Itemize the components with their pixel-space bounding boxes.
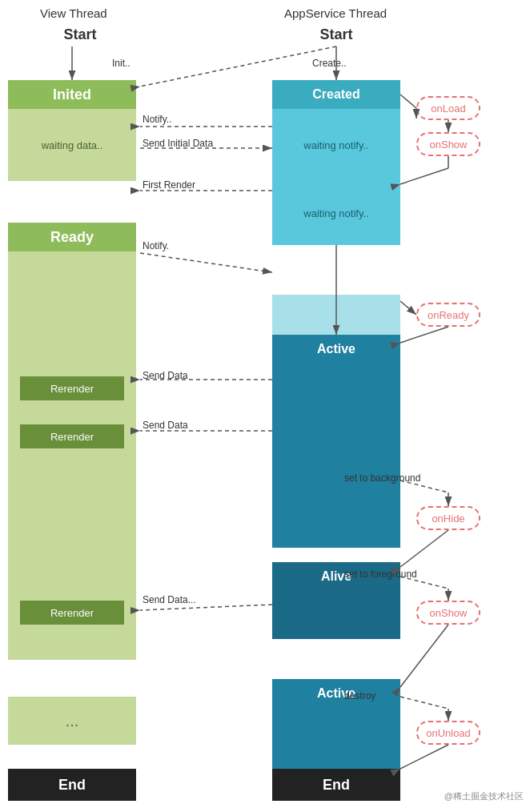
svg-line-13 [140, 253, 272, 272]
arrow-first-render-label: First Render [143, 179, 195, 191]
view-thread-header: View Thread [40, 6, 107, 20]
on-ready-callback: onReady [416, 303, 480, 327]
as-start-label: Start [296, 22, 376, 46]
vt-inited-block: Inited [8, 80, 136, 109]
arrow-set-foreground-label: set to foreground [344, 569, 417, 580]
arrow-set-background-label: set to background [344, 472, 420, 484]
on-unload-callback: onUnload [416, 721, 480, 745]
as-end-block: End [272, 769, 400, 801]
vt-ready-area [8, 251, 136, 436]
vt-start-label: Start [40, 22, 120, 46]
svg-line-23 [400, 625, 448, 687]
on-show-callback: onShow [416, 132, 480, 156]
svg-line-14 [400, 301, 416, 315]
arrow-create-label: Create.. [312, 58, 347, 69]
svg-line-27 [400, 745, 448, 769]
appservice-header: AppService Thread [284, 6, 387, 20]
vt-waiting-data-block: waiting data.. [8, 109, 136, 181]
svg-line-20 [400, 530, 448, 567]
vt-end-block: End [8, 769, 136, 801]
as-active2-block: Active [272, 679, 400, 708]
arrow-send-data3-label: Send Data... [143, 594, 196, 605]
svg-line-4 [400, 94, 416, 108]
arrow-init-label: Init.. [112, 58, 130, 69]
on-load-callback: onLoad [416, 96, 480, 120]
arrow-destroy-label: destroy [344, 690, 375, 701]
as-active1-block: Active [272, 335, 400, 364]
svg-line-24 [140, 605, 272, 610]
arrow-send-initial-label: Send Initial Data [143, 138, 213, 149]
arrow-notify2-label: Notify. [143, 240, 169, 251]
vt-rerender3-block: Rerender [20, 601, 124, 625]
svg-line-15 [400, 327, 448, 343]
vt-lower-area [8, 436, 136, 660]
vt-rerender2-block: Rerender [20, 424, 124, 448]
svg-line-25 [400, 697, 448, 709]
as-active1-area [272, 364, 400, 548]
as-waiting1-block: waiting notify.. [272, 109, 400, 181]
svg-line-9 [400, 168, 448, 184]
on-hide-callback: onHide [416, 506, 480, 530]
vt-dots-block: ... [8, 697, 136, 745]
arrow-notify1-label: Notify.. [143, 114, 171, 125]
on-show2-callback: onShow [416, 601, 480, 625]
vt-rerender1-block: Rerender [20, 376, 124, 400]
vt-ready-block: Ready [8, 223, 136, 251]
as-alive-area [272, 591, 400, 639]
as-active2-area [272, 708, 400, 769]
diagram-container: View Thread AppService Thread Start Init… [0, 0, 530, 812]
as-created-block: Created [272, 80, 400, 109]
arrow-send-data1-label: Send Data [143, 370, 188, 381]
arrow-send-data2-label: Send Data [143, 420, 188, 431]
watermark: @稀土掘金技术社区 [444, 790, 524, 802]
as-ready-light-block [272, 295, 400, 335]
as-waiting2-block: waiting notify.. [272, 181, 400, 245]
